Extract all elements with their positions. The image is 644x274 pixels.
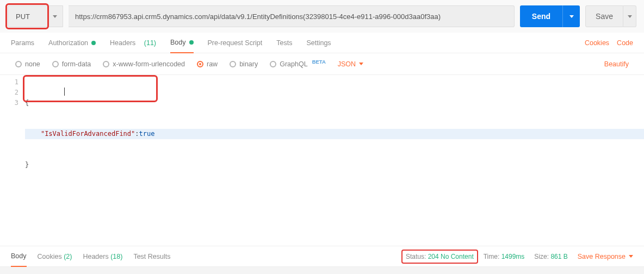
radio-icon [103,61,109,67]
radio-icon [230,61,236,67]
beautify-link[interactable]: Beautify [604,60,629,68]
http-method-label: PUT [16,13,30,21]
radio-graphql[interactable]: GraphQLBETA [270,60,326,68]
tab-settings[interactable]: Settings [306,33,331,53]
radio-icon [270,61,276,67]
time-value: 1499ms [501,253,525,260]
status-value: 204 No Content [428,253,474,260]
size-label: Size: [534,253,549,260]
radio-icon [52,61,59,67]
tab-tests[interactable]: Tests [276,33,292,53]
size-value: 861 B [550,253,567,260]
tab-headers[interactable]: Headers (11) [110,33,156,53]
send-button-label: Send [532,12,550,21]
cookies-link[interactable]: Cookies [585,39,609,47]
tab-authorization[interactable]: Authorization [48,33,96,53]
url-input[interactable] [69,5,515,27]
chevron-down-icon [629,255,633,258]
send-button[interactable]: Send [520,5,562,27]
radio-icon [197,61,203,67]
chevron-down-icon [628,15,632,18]
chevron-down-icon [359,63,363,65]
graphql-beta-badge: BETA [312,59,326,65]
chevron-down-icon [53,15,57,18]
radio-binary[interactable]: binary [230,60,258,68]
radio-none[interactable]: none [15,60,40,68]
resp-cookies-count: (2) [64,253,72,260]
editor-code[interactable]: { "IsValidForAdvancedFind":true } [22,75,644,246]
http-method-select[interactable]: PUT [8,5,63,27]
content-type-select[interactable]: JSON [338,60,363,68]
save-response-dropdown[interactable]: Save Response [578,253,633,260]
radio-urlencoded[interactable]: x-www-form-urlencoded [103,60,185,68]
save-button-label: Save [596,12,613,21]
save-button[interactable]: Save [585,5,623,27]
send-dropdown[interactable] [562,5,580,27]
resp-tab-testresults[interactable]: Test Results [133,246,170,267]
editor-gutter: 1 2 3 [0,75,22,246]
radio-icon [15,61,22,67]
response-body-area [0,266,644,274]
headers-count: (11) [144,39,156,47]
text-cursor [64,88,65,96]
status-dot-icon [189,40,194,45]
status-dot-icon [91,41,96,45]
resp-headers-count: (18) [110,253,122,260]
resp-tab-cookies[interactable]: Cookies (2) [38,246,72,267]
status-label: Status: [406,253,426,260]
radio-form-data[interactable]: form-data [52,60,91,68]
chevron-down-icon [569,15,574,18]
tab-params[interactable]: Params [11,33,34,53]
resp-tab-headers[interactable]: Headers (18) [83,246,122,267]
code-link[interactable]: Code [617,39,633,47]
tab-body[interactable]: Body [170,33,194,53]
save-dropdown[interactable] [623,5,636,27]
body-editor[interactable]: 1 2 3 { "IsValidForAdvancedFind":true } [0,75,644,246]
radio-raw[interactable]: raw [197,60,218,68]
resp-tab-body[interactable]: Body [11,246,27,267]
tab-prerequest[interactable]: Pre-request Script [208,33,263,53]
time-label: Time: [484,253,500,260]
